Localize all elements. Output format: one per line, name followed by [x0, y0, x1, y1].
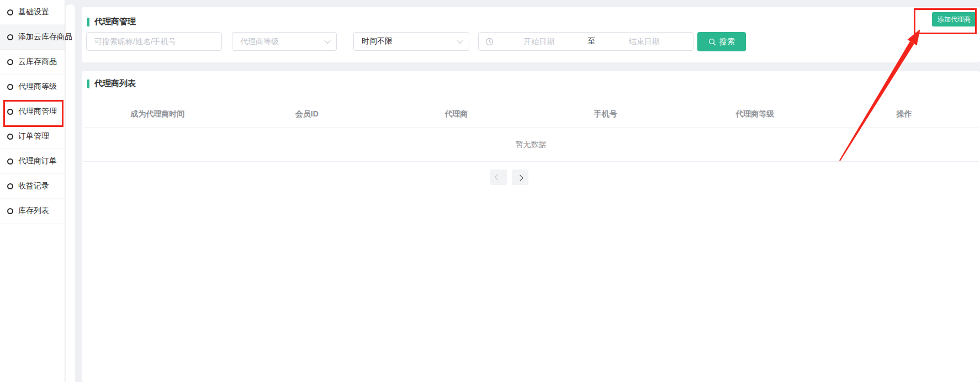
column-header-member-id: 会员ID [232, 109, 382, 119]
search-icon [708, 38, 716, 46]
chevron-down-icon [457, 38, 463, 44]
keyword-search-field [86, 32, 222, 51]
sidebar-item-label: 收益记录 [18, 181, 49, 191]
clock-icon [485, 38, 494, 46]
circle-bullet-icon [7, 59, 13, 65]
date-range-separator: 至 [585, 36, 599, 46]
sidebar-item-label: 代理商等级 [18, 82, 57, 92]
sidebar-item-add-cloud-stock-product[interactable]: 添加云库存商品 [0, 25, 65, 50]
time-range-select[interactable] [353, 32, 469, 51]
column-header-actions: 操作 [830, 109, 979, 119]
column-header-phone: 手机号 [531, 109, 681, 119]
circle-bullet-icon [7, 84, 13, 90]
search-button[interactable]: 搜索 [697, 32, 746, 51]
agent-level-select-input[interactable] [240, 37, 325, 46]
sidebar-item-order-management[interactable]: 订单管理 [0, 124, 65, 149]
sidebar-item-label: 添加云库存商品 [18, 32, 72, 42]
title-accent-bar [87, 18, 89, 26]
sidebar-item-agent-orders[interactable]: 代理商订单 [0, 149, 65, 174]
chevron-down-icon [324, 38, 330, 44]
date-range-picker[interactable]: 至 [478, 32, 693, 51]
keyword-search-input[interactable] [94, 37, 214, 46]
sidebar-item-cloud-stock-product[interactable]: 云库存商品 [0, 50, 65, 75]
panel-title-text: 代理商列表 [94, 78, 136, 89]
column-header-become-agent-time: 成为代理商时间 [83, 109, 232, 119]
circle-bullet-icon [7, 9, 13, 15]
sidebar-item-label: 订单管理 [18, 131, 49, 141]
add-agent-button-label: 添加代理商 [937, 15, 971, 24]
table-header-row: 成为代理商时间 会员ID 代理商 手机号 代理商等级 操作 [83, 101, 979, 128]
sidebar-item-agent-management[interactable]: 代理商管理 [0, 99, 65, 124]
table-empty-message: 暂无数据 [83, 128, 979, 162]
panel-title-text: 代理商管理 [94, 17, 136, 27]
sidebar: 基础设置 添加云库存商品 云库存商品 代理商等级 代理商管理 订单管理 代理商订… [0, 0, 65, 382]
add-agent-button[interactable]: 添加代理商 [932, 12, 976, 26]
chevron-right-icon [517, 175, 523, 181]
sidebar-item-agent-level[interactable]: 代理商等级 [0, 75, 65, 99]
agent-level-select[interactable] [232, 32, 337, 51]
chevron-left-icon [495, 174, 501, 180]
sidebar-item-income-records[interactable]: 收益记录 [0, 174, 65, 199]
column-header-agent-level: 代理商等级 [680, 109, 830, 119]
circle-bullet-icon [7, 109, 13, 115]
agent-list-panel: 代理商列表 成为代理商时间 会员ID 代理商 手机号 代理商等级 操作 暂无数据 [82, 71, 980, 382]
column-header-agent: 代理商 [382, 109, 531, 119]
panel-title: 代理商列表 [87, 78, 136, 89]
agent-management-panel: 代理商管理 至 搜索 添加代理商 [82, 7, 980, 62]
circle-bullet-icon [7, 158, 13, 165]
time-range-select-input[interactable] [362, 37, 458, 46]
circle-bullet-icon [7, 34, 13, 40]
panel-title: 代理商管理 [87, 17, 136, 27]
circle-bullet-icon [7, 183, 13, 189]
circle-bullet-icon [7, 208, 13, 214]
sidebar-item-label: 基础设置 [18, 7, 49, 17]
pagination [490, 169, 528, 185]
next-page-button[interactable] [512, 169, 528, 185]
sidebar-scrollbar-track[interactable] [66, 4, 75, 382]
sidebar-item-label: 云库存商品 [18, 57, 57, 67]
search-button-label: 搜索 [719, 37, 735, 47]
sidebar-item-stock-list[interactable]: 库存列表 [0, 199, 65, 224]
start-date-input[interactable] [496, 37, 582, 46]
end-date-input[interactable] [601, 37, 688, 46]
sidebar-item-label: 代理商订单 [18, 156, 57, 166]
title-accent-bar [87, 79, 89, 88]
sidebar-item-label: 代理商管理 [18, 107, 57, 116]
circle-bullet-icon [7, 134, 13, 140]
sidebar-item-basic-settings[interactable]: 基础设置 [0, 0, 65, 25]
sidebar-item-label: 库存列表 [18, 206, 49, 216]
previous-page-button[interactable] [490, 169, 507, 185]
